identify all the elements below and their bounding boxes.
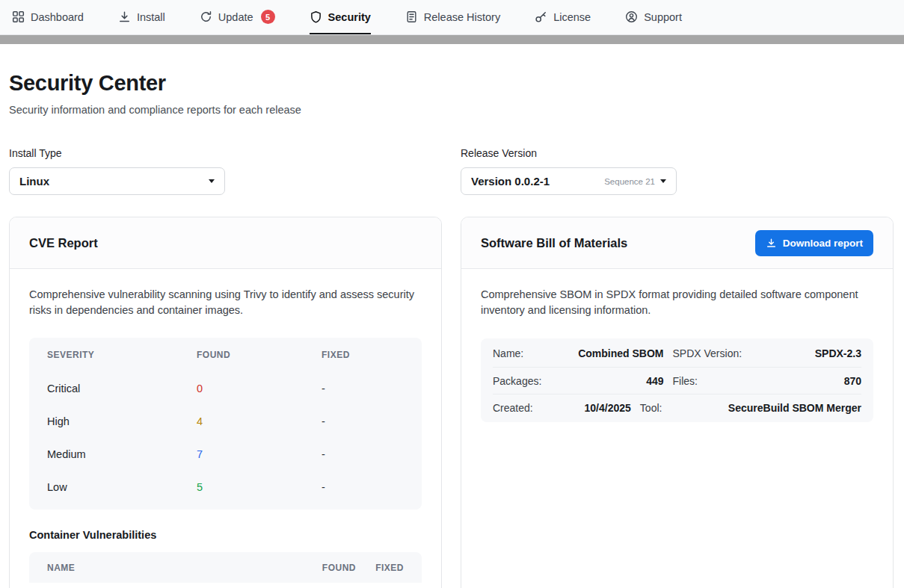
severity-row-low: Low 5 - bbox=[29, 471, 422, 504]
release-history-icon bbox=[405, 10, 418, 23]
nav-item-dashboard[interactable]: Dashboard bbox=[12, 0, 84, 34]
support-icon bbox=[625, 10, 638, 23]
severity-table: SEVERITY FOUND FIXED Critical 0 - High 4… bbox=[29, 338, 422, 510]
sbom-spdx-version-label: SPDX Version: bbox=[673, 347, 752, 359]
col-fixed: FIXED bbox=[356, 563, 404, 573]
update-count-badge: 5 bbox=[261, 10, 275, 24]
release-version-value: Version 0.0.2-1 bbox=[471, 175, 550, 188]
sbom-body: Comprehensive SBOM in SPDX format provid… bbox=[461, 269, 893, 440]
sbom-description: Comprehensive SBOM in SPDX format provid… bbox=[481, 287, 873, 318]
nav-label: Release History bbox=[424, 11, 500, 23]
license-key-icon bbox=[535, 10, 547, 23]
page-subtitle: Security information and compliance repo… bbox=[9, 104, 894, 116]
severity-label: Low bbox=[47, 481, 197, 493]
sbom-info-row: Name: Combined SBOM SPDX Version: SPDX-2… bbox=[493, 340, 861, 367]
cve-report-card: CVE Report Comprehensive vulnerability s… bbox=[9, 217, 442, 588]
sbom-name-value: Combined SBOM bbox=[563, 347, 664, 359]
col-found: FOUND bbox=[289, 563, 356, 573]
filters-row: Install Type Linux Release Version Versi… bbox=[9, 147, 894, 195]
chevron-down-icon bbox=[660, 179, 666, 183]
nav-item-release-history[interactable]: Release History bbox=[405, 0, 500, 34]
page-title: Security Center bbox=[9, 71, 894, 96]
sbom-files-value: 870 bbox=[761, 375, 862, 387]
nav-item-license[interactable]: License bbox=[535, 0, 591, 34]
release-version-filter: Release Version Version 0.0.2-1 Sequence… bbox=[461, 147, 894, 195]
found-count: 5 bbox=[197, 481, 322, 493]
sbom-info-row: Packages: 449 Files: 870 bbox=[493, 367, 861, 394]
sequence-badge: Sequence 21 bbox=[604, 177, 655, 186]
col-found: FOUND bbox=[197, 350, 322, 360]
install-type-filter: Install Type Linux bbox=[9, 147, 442, 195]
severity-row-medium: Medium 7 - bbox=[29, 438, 422, 471]
install-icon bbox=[118, 10, 131, 23]
sbom-info-grid: Name: Combined SBOM SPDX Version: SPDX-2… bbox=[481, 338, 873, 422]
found-count: 4 bbox=[197, 415, 322, 427]
container-table-header: NAME FOUND FIXED bbox=[29, 552, 422, 583]
download-report-label: Download report bbox=[783, 238, 863, 249]
severity-label: High bbox=[47, 415, 197, 427]
sbom-title: Software Bill of Materials bbox=[481, 236, 627, 250]
severity-row-critical: Critical 0 - bbox=[29, 372, 422, 405]
severity-row-high: High 4 - bbox=[29, 405, 422, 438]
sbom-packages-value: 449 bbox=[563, 375, 664, 387]
col-name: NAME bbox=[47, 563, 289, 573]
cards-row: CVE Report Comprehensive vulnerability s… bbox=[9, 217, 894, 588]
sbom-tool-value: SecureBuild SBOM Merger bbox=[728, 402, 861, 414]
top-divider-strip bbox=[0, 35, 904, 44]
container-vulnerabilities-title: Container Vulnerabilities bbox=[29, 529, 422, 541]
nav-label: Install bbox=[137, 11, 165, 23]
sbom-name-label: Name: bbox=[493, 347, 554, 359]
sbom-files-label: Files: bbox=[673, 375, 752, 387]
install-type-label: Install Type bbox=[9, 147, 442, 159]
download-report-button[interactable]: Download report bbox=[755, 230, 873, 256]
fixed-count: - bbox=[322, 383, 404, 394]
nav-label: License bbox=[553, 11, 591, 23]
col-fixed: FIXED bbox=[322, 350, 404, 360]
nav-label: Dashboard bbox=[31, 11, 84, 23]
fixed-count: - bbox=[322, 415, 404, 427]
fixed-count: - bbox=[322, 448, 404, 460]
sbom-info-row: Created: 10/4/2025 Tool: SecureBuild SBO… bbox=[493, 394, 861, 421]
dashboard-icon bbox=[12, 10, 25, 23]
release-version-label: Release Version bbox=[461, 147, 894, 159]
install-type-value: Linux bbox=[19, 175, 49, 188]
security-shield-icon bbox=[310, 10, 322, 23]
nav-label: Update bbox=[218, 11, 253, 23]
found-count: 7 bbox=[197, 448, 322, 460]
severity-label: Critical bbox=[47, 383, 197, 394]
severity-label: Medium bbox=[47, 448, 197, 460]
nav-item-security[interactable]: Security bbox=[310, 0, 371, 34]
fixed-count: - bbox=[322, 481, 404, 493]
cve-report-description: Comprehensive vulnerability scanning usi… bbox=[29, 287, 422, 318]
top-nav: Dashboard Install Update 5 Security Rele… bbox=[0, 0, 904, 35]
cve-report-header: CVE Report bbox=[10, 217, 441, 269]
severity-table-header: SEVERITY FOUND FIXED bbox=[29, 338, 422, 372]
nav-label: Security bbox=[328, 11, 371, 23]
sbom-card: Software Bill of Materials Download repo… bbox=[461, 217, 894, 588]
sbom-header: Software Bill of Materials Download repo… bbox=[461, 217, 893, 269]
nav-item-install[interactable]: Install bbox=[118, 0, 165, 34]
release-version-select[interactable]: Version 0.0.2-1 Sequence 21 bbox=[461, 167, 677, 195]
install-type-select[interactable]: Linux bbox=[9, 167, 225, 195]
download-icon bbox=[766, 238, 777, 249]
col-severity: SEVERITY bbox=[47, 350, 197, 360]
sbom-tool-label: Tool: bbox=[640, 402, 719, 414]
chevron-down-icon bbox=[209, 179, 215, 183]
nav-label: Support bbox=[644, 11, 682, 23]
sbom-created-value: 10/4/2025 bbox=[563, 402, 631, 414]
found-count: 0 bbox=[197, 383, 322, 394]
container-vulnerabilities-table: NAME FOUND FIXED bbox=[29, 552, 422, 583]
cve-report-body: Comprehensive vulnerability scanning usi… bbox=[10, 269, 441, 588]
main-content: Security Center Security information and… bbox=[0, 71, 904, 588]
cve-report-title: CVE Report bbox=[29, 236, 98, 250]
sbom-spdx-version-value: SPDX-2.3 bbox=[761, 347, 862, 359]
nav-item-update[interactable]: Update 5 bbox=[200, 0, 275, 34]
sbom-packages-label: Packages: bbox=[493, 375, 554, 387]
sbom-created-label: Created: bbox=[493, 402, 554, 414]
update-icon bbox=[200, 10, 212, 23]
nav-item-support[interactable]: Support bbox=[625, 0, 682, 34]
